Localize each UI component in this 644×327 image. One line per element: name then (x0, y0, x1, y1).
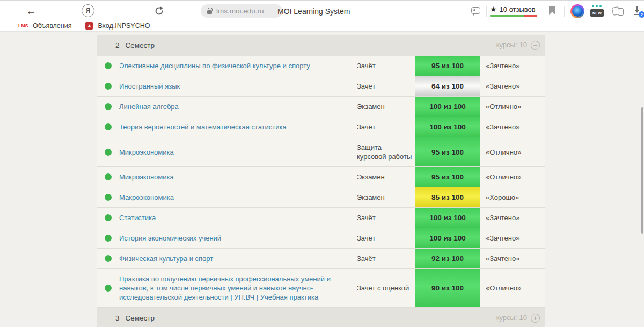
page-scrollbar[interactable] (641, 107, 643, 234)
score-cell: 95 из 100 (415, 56, 480, 76)
bookmark-item-announcements[interactable]: LMS Объявления (18, 22, 71, 30)
course-link[interactable]: Микроэкономика (119, 142, 357, 162)
semester-3-header: 3 Семестр курсы:10 + (97, 308, 545, 327)
semester-3-courses-toggle[interactable]: курсы:10 (496, 314, 527, 323)
course-link[interactable]: Статистика (119, 208, 357, 228)
address-bar[interactable]: lms.moi.edu.ru (201, 4, 283, 18)
reviews-count: 10 отзывов (500, 5, 536, 13)
score-value: 92 из 100 (431, 255, 464, 263)
grade-value: «Зачтено» (480, 234, 545, 242)
lock-icon (207, 10, 212, 14)
course-row: Линейная алгебра Экзамен 100 из 100 «Отл… (97, 97, 545, 117)
status-dot-icon (105, 285, 112, 292)
score-value: 100 из 100 (429, 123, 466, 131)
site-reviews-button[interactable]: ★ 10 отзывов (490, 5, 537, 17)
course-row: Статистика Зачёт 100 из 100 «Зачтено» (97, 208, 545, 228)
chat-icon (471, 7, 480, 14)
course-link[interactable]: Линейная алгебра (119, 97, 357, 117)
score-value: 95 из 100 (431, 148, 464, 156)
yandex-icon: Я (82, 4, 94, 17)
bookmark-button[interactable] (549, 6, 555, 15)
course-row: Практика по получению первичных професси… (97, 269, 545, 308)
whats-new-button[interactable]: NEW (590, 5, 604, 17)
score-cell: 100 из 100 (415, 208, 480, 228)
status-dot-icon (105, 214, 112, 221)
assessment-type: Экзамен (357, 167, 415, 187)
course-row: Теория вероятностей и математическая ста… (97, 117, 545, 137)
assessment-type: Зачёт (357, 76, 415, 96)
score-cell: 85 из 100 (415, 187, 480, 207)
downloads-button[interactable]: 2 (632, 5, 643, 16)
status-dot-icon (105, 149, 112, 156)
bookmarks-bar: LMS Объявления ▲ Вход.INPSYCHO (0, 20, 644, 32)
course-link[interactable]: Макроэкономика (119, 187, 357, 207)
back-button[interactable]: ← (26, 5, 36, 16)
whats-new-icon: NEW (590, 5, 604, 17)
refresh-icon (154, 6, 164, 16)
star-icon: ★ (490, 5, 497, 13)
semester-number: 2 (115, 41, 120, 49)
score-cell: 90 из 100 (415, 269, 480, 307)
collections-button[interactable] (612, 6, 625, 17)
bookmark-item-inpsycho[interactable]: ▲ Вход.INPSYCHO (85, 22, 150, 30)
refresh-button[interactable] (154, 6, 164, 16)
assessment-type: Экзамен (357, 97, 415, 117)
download-badge: 2 (639, 11, 644, 18)
status-dot-icon (105, 103, 112, 110)
toolbar-divider (486, 6, 487, 17)
course-link[interactable]: Теория вероятностей и математическая ста… (119, 117, 357, 137)
assessment-type: Защита курсовой работы (357, 137, 415, 166)
chat-button[interactable] (471, 7, 480, 14)
grade-value: «Отлично» (480, 148, 545, 156)
grade-value: «Зачтено» (480, 255, 545, 263)
status-dot-icon (105, 255, 112, 262)
grade-value: «Отлично» (480, 284, 545, 292)
status-dot-icon (105, 194, 112, 201)
assessment-type: Зачёт (357, 56, 415, 76)
download-icon: 2 (632, 5, 643, 16)
collapse-icon[interactable]: − (531, 41, 540, 50)
address-url: lms.moi.edu.ru (216, 7, 264, 15)
back-icon: ← (26, 5, 36, 16)
grade-value: «Зачтено» (480, 62, 545, 70)
grade-value: «Хорошо» (480, 193, 545, 201)
expand-icon[interactable]: + (531, 314, 540, 323)
course-table-body: Элективные дисциплины по физической куль… (97, 56, 545, 308)
page-title: MOI Learning System (277, 7, 350, 16)
rating-bar-negative (524, 15, 537, 17)
yandex-home-button[interactable]: Я (82, 4, 94, 17)
course-link[interactable]: Микроэкономика (119, 167, 357, 187)
score-value: 100 из 100 (429, 234, 466, 242)
toolbar-divider (564, 6, 565, 17)
collections-icon (612, 6, 625, 17)
status-dot-icon (105, 83, 112, 90)
course-link[interactable]: Иностранный язык (119, 76, 357, 96)
lms-page: 2 Семестр курсы:10 − Элективные дисципли… (0, 32, 644, 327)
score-value: 64 из 100 (431, 82, 464, 90)
semester-grades-table: 2 Семестр курсы:10 − Элективные дисципли… (97, 35, 545, 327)
course-row: Микроэкономика Экзамен 95 из 100 «Отличн… (97, 167, 545, 187)
status-dot-icon (105, 173, 112, 180)
semester-2-courses-toggle[interactable]: курсы:10 (496, 41, 527, 50)
course-row: История экономических учений Зачёт 100 и… (97, 228, 545, 249)
assessment-type: Зачёт (357, 208, 415, 228)
course-link[interactable]: История экономических учений (119, 228, 357, 248)
score-value: 100 из 100 (429, 214, 466, 222)
assessment-type: Зачёт (357, 117, 415, 137)
score-value: 100 из 100 (429, 103, 466, 111)
course-row: Физическая культура и спорт Зачёт 92 из … (97, 249, 545, 269)
course-link[interactable]: Практика по получению первичных професси… (119, 269, 357, 307)
assessment-type: Зачёт (357, 249, 415, 268)
score-cell: 100 из 100 (415, 228, 480, 248)
course-link[interactable]: Элективные дисциплины по физической куль… (119, 56, 357, 76)
grade-value: «Зачтено» (480, 82, 545, 90)
course-link[interactable]: Физическая культура и спорт (119, 249, 357, 268)
grade-value: «Зачтено» (480, 123, 545, 131)
course-row: Иностранный язык Зачёт 64 из 100 «Зачтен… (97, 76, 545, 97)
profile-button[interactable] (570, 4, 584, 18)
score-cell: 95 из 100 (415, 137, 480, 166)
status-dot-icon (105, 123, 112, 130)
grade-value: «Отлично» (480, 173, 545, 181)
score-value: 90 из 100 (431, 284, 464, 292)
course-row: Макроэкономика Экзамен 85 из 100 «Хорошо… (97, 187, 545, 208)
